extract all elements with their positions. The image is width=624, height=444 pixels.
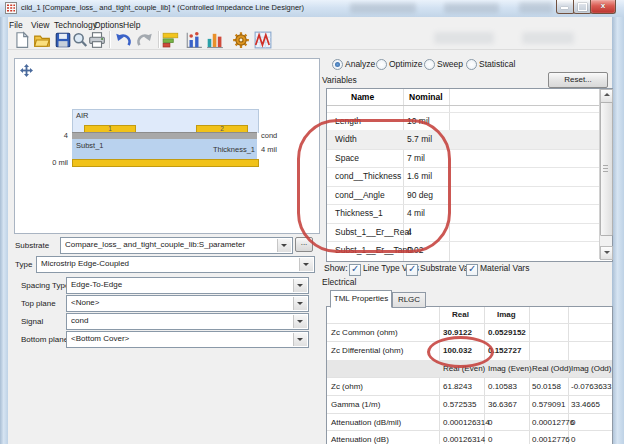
- var-nominal[interactable]: 0.02: [407, 245, 424, 255]
- variables-table[interactable]: Name Nominal Length 10 mil Width 5.7 mil…: [326, 88, 613, 262]
- pan-cursor-icon: [20, 64, 33, 77]
- value: 0.579091: [532, 400, 565, 409]
- substrate-value: Compare_loss_ and_tight_couple_lib:S_par…: [65, 240, 276, 249]
- bottom-plane-select[interactable]: <Bottom Cover>: [66, 331, 309, 348]
- air-label: AIR: [76, 111, 89, 120]
- plot-viewer-button[interactable]: [254, 31, 272, 49]
- open-project-button[interactable]: [33, 31, 51, 49]
- var-name: Space: [335, 153, 359, 163]
- radio-analyze[interactable]: [332, 59, 343, 70]
- table-row[interactable]: Subst_1__Er__Real 4: [327, 223, 599, 242]
- stackup-editor-button[interactable]: [162, 31, 180, 49]
- scroll-up-button[interactable]: [600, 89, 613, 103]
- value: 0.000126314: [443, 418, 490, 427]
- chevron-down-icon[interactable]: [293, 315, 307, 328]
- var-nominal[interactable]: 90 deg: [407, 190, 433, 200]
- value: 36.6367: [488, 400, 517, 409]
- new-document-button[interactable]: [13, 31, 31, 49]
- table-row[interactable]: cond__Thickness 1.6 mil: [327, 167, 599, 187]
- table-row[interactable]: Gamma (1/m) 0.572535 36.6367 0.579091 33…: [327, 395, 612, 414]
- scroll-down-button[interactable]: [600, 246, 613, 260]
- electrical-table[interactable]: Real Imag Zc Common (ohm) 30.9122 0.0529…: [326, 306, 613, 444]
- table-row[interactable]: Zc Differential (ohm) 100.032 0.152727: [327, 341, 612, 361]
- radio-optimize[interactable]: [376, 59, 387, 70]
- tab-rlgc[interactable]: RLGC: [392, 292, 426, 308]
- signal-select[interactable]: cond: [66, 313, 309, 330]
- spacing-type-select[interactable]: Edge-To-Edge: [66, 277, 309, 294]
- cross-section-canvas[interactable]: AIR 1 2 Subst_1 Thickness_1 4 cond 4 mil…: [14, 58, 320, 234]
- var-nominal[interactable]: 4 mil: [407, 208, 425, 218]
- stackup-icon: [162, 31, 180, 49]
- table-row[interactable]: Subst_1__Er__TanD 0.02: [327, 241, 599, 259]
- ground-layer[interactable]: [72, 159, 259, 167]
- radio-statistical[interactable]: [466, 59, 477, 70]
- bottom-plane-label: Bottom plane: [21, 335, 68, 344]
- menu-view[interactable]: View: [28, 19, 52, 31]
- table-row-selected[interactable]: Width 5.7 mil: [327, 130, 599, 150]
- table-row[interactable]: Thickness_1 4 mil: [327, 204, 599, 224]
- value: 50.0158: [532, 382, 561, 391]
- col-nominal[interactable]: Nominal: [409, 92, 443, 102]
- col-name[interactable]: Name: [351, 92, 374, 102]
- var-nominal[interactable]: 10 mil: [407, 116, 430, 126]
- conductor-1-label: 1: [108, 125, 112, 132]
- substrate-browse-button[interactable]: ...: [295, 237, 313, 252]
- menu-file[interactable]: File: [6, 19, 26, 31]
- reset-button[interactable]: Reset...: [548, 72, 608, 88]
- chevron-down-icon[interactable]: [293, 279, 307, 292]
- chevron-down-icon[interactable]: [293, 333, 307, 346]
- checkbox-line-type-vars[interactable]: [349, 264, 361, 276]
- col-imag-even: Imag (Even): [488, 364, 532, 373]
- table-row[interactable]: Length 10 mil: [327, 112, 599, 131]
- checkbox-material-vars[interactable]: [466, 264, 478, 276]
- scrollbar-thumb[interactable]: [600, 102, 613, 236]
- title-bar[interactable]: cild_1 [Compare_loss_ and_tight_couple_l…: [0, 0, 624, 18]
- spacing-type-label: Spacing Type: [21, 281, 69, 290]
- redo-button[interactable]: [136, 31, 154, 49]
- table-row[interactable]: Attenuation (dB/mil) 0.000126314 0 0.000…: [327, 413, 612, 431]
- row-label: Attenuation (dB): [331, 435, 389, 444]
- undo-button[interactable]: [114, 31, 132, 49]
- radio-sweep[interactable]: [424, 59, 435, 70]
- var-name: cond__Angle: [335, 190, 385, 200]
- checkbox-substrate-vars[interactable]: [406, 264, 418, 276]
- radio-statistical-label: Statistical: [479, 59, 515, 69]
- menu-help[interactable]: Help: [120, 19, 143, 31]
- undo-icon: [114, 31, 132, 49]
- value: 0: [571, 418, 575, 427]
- var-nominal[interactable]: 1.6 mil: [407, 171, 432, 181]
- type-select[interactable]: Microstrip Edge-Coupled: [36, 256, 315, 273]
- new-document-icon: [13, 31, 31, 49]
- var-nominal[interactable]: 4: [407, 227, 412, 237]
- tab-rlgc-label: RLGC: [398, 295, 420, 304]
- zc-common-real: 30.9122: [443, 328, 472, 337]
- watermark-blur: [522, 32, 574, 44]
- table-row[interactable]: Space 7 mil: [327, 149, 599, 168]
- close-button[interactable]: x: [590, 0, 616, 14]
- chevron-down-icon[interactable]: [299, 258, 313, 271]
- var-nominal[interactable]: 5.7 mil: [407, 134, 432, 144]
- col-imag-odd: Imag (Odd): [571, 364, 611, 373]
- chevron-down-icon[interactable]: [293, 297, 307, 310]
- value: 0.00126314: [443, 435, 485, 444]
- top-plane-select[interactable]: <None>: [66, 295, 309, 312]
- settings-gear-button[interactable]: [232, 31, 250, 49]
- variables-scrollbar[interactable]: [599, 89, 612, 259]
- results-chart-button[interactable]: [206, 31, 224, 49]
- optimization-chart-button[interactable]: [185, 31, 203, 49]
- window-border-right: [612, 17, 624, 444]
- value: 0.572535: [443, 400, 476, 409]
- save-button[interactable]: [54, 31, 72, 49]
- print-button[interactable]: [88, 31, 106, 49]
- var-nominal[interactable]: 7 mil: [407, 153, 425, 163]
- tab-tml-properties[interactable]: TML Properties: [330, 290, 392, 308]
- chevron-down-icon[interactable]: [277, 239, 291, 252]
- substrate-select[interactable]: Compare_loss_ and_tight_couple_lib:S_par…: [60, 237, 293, 254]
- table-row[interactable]: Zc Common (ohm) 30.9122 0.0529152: [327, 323, 612, 342]
- save-icon: [54, 31, 72, 49]
- thickness-name-label: Thickness_1: [211, 145, 255, 154]
- table-row[interactable]: Zc (ohm) 61.8243 0.10583 50.0158 -0.0763…: [327, 377, 612, 396]
- table-row[interactable]: cond__Angle 90 deg: [327, 186, 599, 205]
- table-row[interactable]: Attenuation (dB) 0.00126314 0 0.0012776 …: [327, 430, 612, 444]
- zoom-button[interactable]: [71, 31, 89, 49]
